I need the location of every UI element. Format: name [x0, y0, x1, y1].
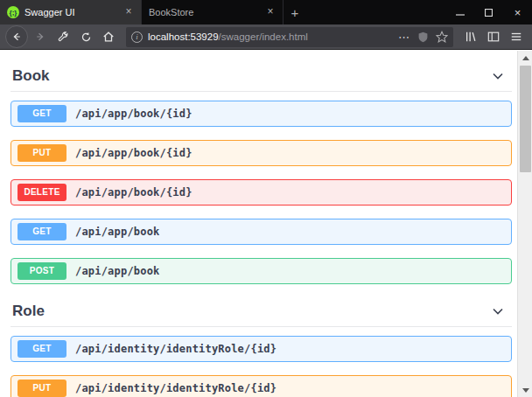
site-info-icon[interactable]: i: [131, 31, 143, 43]
api-sections: Book GET /api/app/book/{id} PUT /api/app…: [10, 63, 512, 397]
shield-icon[interactable]: [417, 31, 429, 43]
endpoint-path: /api/app/book/{id}: [75, 186, 192, 198]
endpoint-path: /api/identity/identityRole/{id}: [75, 382, 276, 394]
endpoint-row[interactable]: GET /api/app/book/{id}: [10, 101, 512, 127]
endpoint-row[interactable]: GET /api/app/book: [10, 219, 512, 245]
section-header[interactable]: Book: [10, 63, 512, 92]
titlebar: {;} Swagger UI × BookStore × + ×: [0, 0, 532, 24]
home-button[interactable]: [98, 26, 119, 47]
tab-title: BookStore: [149, 7, 263, 17]
close-button[interactable]: ×: [503, 0, 532, 24]
library-icon: [465, 31, 477, 43]
endpoint-row[interactable]: DELETE /api/app/book/{id}: [10, 179, 512, 205]
url-path: /swagger/index.html: [219, 31, 308, 42]
tab-bookstore[interactable]: BookStore ×: [142, 0, 284, 24]
wrench-icon: [57, 31, 69, 43]
method-badge: DELETE: [18, 184, 66, 201]
endpoint-path: /api/app/book/{id}: [75, 147, 192, 159]
page-content: Book GET /api/app/book/{id} PUT /api/app…: [0, 51, 517, 397]
home-icon: [102, 31, 115, 43]
navbar: i localhost:53929/swagger/index.html ⋯: [0, 24, 532, 50]
menu-button[interactable]: [506, 26, 527, 47]
page-tools-button[interactable]: [52, 26, 74, 47]
api-section: Book GET /api/app/book/{id} PUT /api/app…: [10, 63, 512, 284]
new-tab-button[interactable]: +: [284, 0, 306, 24]
tab-swagger-ui[interactable]: {;} Swagger UI ×: [0, 0, 142, 24]
method-badge: GET: [18, 105, 66, 122]
url-host: localhost:53929: [148, 31, 219, 42]
endpoint-path: /api/app/book: [75, 226, 160, 238]
chevron-down-icon[interactable]: [491, 304, 505, 318]
method-badge: GET: [18, 340, 66, 358]
maximize-button[interactable]: [474, 0, 503, 24]
endpoint-row[interactable]: POST /api/app/book: [10, 258, 512, 284]
method-badge: PUT: [18, 380, 66, 397]
endpoint-row[interactable]: PUT /api/app/book/{id}: [10, 140, 512, 166]
endpoint-row[interactable]: GET /api/identity/identityRole/{id}: [10, 336, 512, 362]
tab-close-icon[interactable]: ×: [263, 5, 277, 19]
window-controls: ×: [445, 0, 532, 24]
browser-window: {;} Swagger UI × BookStore × + ×: [0, 0, 532, 397]
endpoint-path: /api/app/book/{id}: [75, 108, 192, 120]
section-title: Book: [12, 67, 50, 85]
scroll-down-button[interactable]: [518, 383, 532, 397]
endpoint-path: /api/app/book: [75, 265, 160, 277]
method-badge: GET: [18, 223, 66, 240]
scrollbar-thumb[interactable]: [520, 66, 531, 172]
minimize-button[interactable]: [445, 0, 474, 24]
scroll-up-icon: [522, 56, 529, 60]
scroll-up-button[interactable]: [518, 51, 532, 65]
api-section: Role GET /api/identity/identityRole/{id}…: [10, 298, 512, 397]
forward-icon: [35, 31, 46, 42]
hamburger-menu-icon: [510, 31, 522, 43]
scroll-down-icon: [522, 388, 529, 393]
method-badge: POST: [18, 262, 66, 280]
endpoint-row[interactable]: PUT /api/identity/identityRole/{id}: [10, 375, 512, 397]
url-bar[interactable]: i localhost:53929/swagger/index.html ⋯: [126, 27, 453, 47]
section-title: Role: [12, 303, 45, 320]
back-icon: [11, 31, 22, 42]
tab-title: Swagger UI: [24, 7, 122, 17]
back-button[interactable]: [5, 25, 28, 48]
vertical-scrollbar[interactable]: [517, 51, 532, 397]
method-badge: PUT: [18, 144, 66, 162]
url-text: localhost:53929/swagger/index.html: [148, 31, 393, 42]
refresh-icon: [80, 31, 92, 43]
bookmark-star-icon[interactable]: [436, 31, 448, 43]
refresh-button[interactable]: [75, 26, 96, 47]
endpoint-list: GET /api/app/book/{id} PUT /api/app/book…: [10, 101, 512, 284]
forward-button[interactable]: [30, 26, 51, 47]
page-actions-icon[interactable]: ⋯: [398, 31, 410, 44]
library-button[interactable]: [460, 26, 481, 47]
sidebar-icon: [487, 31, 500, 43]
endpoint-path: /api/identity/identityRole/{id}: [75, 343, 276, 355]
section-header[interactable]: Role: [10, 298, 512, 327]
swagger-favicon: {;}: [7, 6, 19, 18]
endpoint-list: GET /api/identity/identityRole/{id} PUT …: [10, 336, 512, 397]
tab-close-icon[interactable]: ×: [122, 5, 136, 19]
chevron-down-icon[interactable]: [491, 69, 505, 83]
sidebar-button[interactable]: [483, 26, 504, 47]
